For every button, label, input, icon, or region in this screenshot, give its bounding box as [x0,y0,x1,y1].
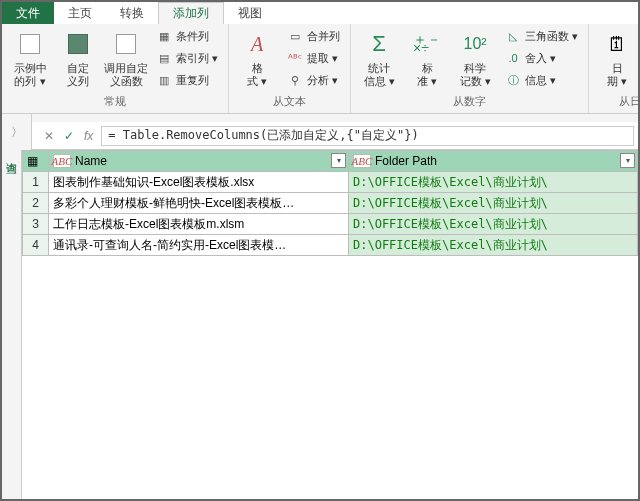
tab-home[interactable]: 主页 [54,2,106,24]
table-row[interactable]: 3工作日志模板-Excel图表模板m.xlsmD:\OFFICE模板\Excel… [23,214,638,235]
btn-invoke-custom-fn[interactable]: 调用自定 义函数 [104,26,148,90]
tab-convert[interactable]: 转换 [106,2,158,24]
scientific-icon: 10² [459,28,491,60]
extract-icon: ᴬᴮᶜ [287,50,303,66]
formula-bar: ✕ ✓ fx = Table.RemoveColumns(已添加自定义,{"自定… [32,122,638,150]
grid-zone: ▦ ABCName ▾ ABCFolder Path ▾ 1图表制作基础知识-E… [22,150,638,499]
table-row[interactable]: 2多彩个人理财模板-鲜艳明快-Excel图表模板…D:\OFFICE模板\Exc… [23,193,638,214]
duplicate-icon: ▥ [156,72,172,88]
table-fx-icon [110,28,142,60]
accept-formula-icon[interactable]: ✓ [64,129,74,143]
btn-label: 三角函数 ▾ [525,29,578,44]
btn-label: 示例中 的列 ▾ [14,62,47,88]
merge-icon: ▭ [287,28,303,44]
parse-icon: ⚲ [287,72,303,88]
btn-statistics[interactable]: Σ 统计 信息 ▾ [357,26,401,90]
ribbon-tabbar: 文件 主页 转换 添加列 视图 [2,2,638,24]
conditional-icon: ▦ [156,28,172,44]
cell-name[interactable]: 工作日志模板-Excel图表模板m.xlsm [49,214,349,235]
cell-folder-path[interactable]: D:\OFFICE模板\Excel\商业计划\ [349,193,638,214]
row-header[interactable]: 2 [23,193,49,214]
cell-name[interactable]: 多彩个人理财模板-鲜艳明快-Excel图表模板… [49,193,349,214]
column-label: Name [75,154,107,168]
tab-add-column[interactable]: 添加列 [158,2,224,24]
cancel-formula-icon[interactable]: ✕ [44,129,54,143]
btn-label: 调用自定 义函数 [104,62,148,88]
btn-label: 重复列 [176,73,209,88]
btn-trig[interactable]: ◺三角函数 ▾ [501,26,582,46]
filter-dropdown-icon[interactable]: ▾ [620,153,635,168]
btn-label: 舍入 ▾ [525,51,556,66]
btn-rounding[interactable]: .0舍入 ▾ [501,48,582,68]
ribbon-group-text: A 格 式 ▾ ▭合并列 ᴬᴮᶜ提取 ▾ ⚲分析 ▾ 从文本 [229,24,351,113]
type-abc-icon: ABC [353,154,371,168]
column-header-name[interactable]: ABCName ▾ [49,151,349,172]
btn-label: 信息 ▾ [525,73,556,88]
group-label-date: 从日期和 [595,92,640,113]
tab-view[interactable]: 视图 [224,2,276,24]
btn-label: 分析 ▾ [307,73,338,88]
grid-corner[interactable]: ▦ [23,151,49,172]
row-header[interactable]: 4 [23,235,49,256]
btn-label: 科学 记数 ▾ [460,62,491,88]
cell-folder-path[interactable]: D:\OFFICE模板\Excel\商业计划\ [349,235,638,256]
data-grid: ▦ ABCName ▾ ABCFolder Path ▾ 1图表制作基础知识-E… [22,150,638,256]
index-icon: ▤ [156,50,172,66]
cell-name[interactable]: 图表制作基础知识-Excel图表模板.xlsx [49,172,349,193]
btn-label: 标 准 ▾ [417,62,437,88]
pane-toggle[interactable]: 〉 [2,114,32,150]
cell-folder-path[interactable]: D:\OFFICE模板\Excel\商业计划\ [349,214,638,235]
btn-standard[interactable]: ＋－×÷ 标 准 ▾ [405,26,449,90]
btn-date[interactable]: 🗓 日 期 ▾ [595,26,639,90]
btn-scientific[interactable]: 10² 科学 记数 ▾ [453,26,497,90]
queries-pane-collapsed[interactable]: 查询 [2,150,22,499]
calendar-icon: 🗓 [601,28,633,60]
btn-info[interactable]: ⓘ信息 ▾ [501,70,582,90]
btn-duplicate-column[interactable]: ▥重复列 [152,70,222,90]
type-abc-icon: ABC [53,154,71,168]
group-label-general: 常规 [8,92,222,113]
ribbon-group-general: 示例中 的列 ▾ 自定 义列 调用自定 义函数 ▦条件列 ▤索引列 ▾ ▥重复列… [2,24,229,113]
btn-conditional-column[interactable]: ▦条件列 [152,26,222,46]
round-icon: .0 [505,50,521,66]
btn-label: 日 期 ▾ [607,62,627,88]
btn-merge-columns[interactable]: ▭合并列 [283,26,344,46]
row-header[interactable]: 1 [23,172,49,193]
btn-label: 统计 信息 ▾ [364,62,395,88]
table-row[interactable]: 4通讯录-可查询人名-简约实用-Excel图表模…D:\OFFICE模板\Exc… [23,235,638,256]
trig-icon: ◺ [505,28,521,44]
main-area: 查询 ▦ ABCName ▾ ABCFolder Path ▾ [2,150,638,499]
btn-extract[interactable]: ᴬᴮᶜ提取 ▾ [283,48,344,68]
btn-format[interactable]: A 格 式 ▾ [235,26,279,90]
btn-label: 索引列 ▾ [176,51,218,66]
ribbon: 示例中 的列 ▾ 自定 义列 调用自定 义函数 ▦条件列 ▤索引列 ▾ ▥重复列… [2,24,638,114]
btn-index-column[interactable]: ▤索引列 ▾ [152,48,222,68]
column-label: Folder Path [375,154,437,168]
btn-column-from-example[interactable]: 示例中 的列 ▾ [8,26,52,90]
ribbon-group-date: 🗓 日 期 ▾ 🕓 时 间 ▾ 从日期和 [589,24,640,113]
table-add-icon [62,28,94,60]
standard-icon: ＋－×÷ [411,28,443,60]
cell-name[interactable]: 通讯录-可查询人名-简约实用-Excel图表模… [49,235,349,256]
group-label-number: 从数字 [357,92,582,113]
btn-parse[interactable]: ⚲分析 ▾ [283,70,344,90]
btn-custom-column[interactable]: 自定 义列 [56,26,100,90]
btn-label: 格 式 ▾ [247,62,267,88]
table-row[interactable]: 1图表制作基础知识-Excel图表模板.xlsxD:\OFFICE模板\Exce… [23,172,638,193]
fx-icon[interactable]: fx [84,129,93,143]
table-star-icon [14,28,46,60]
cell-folder-path[interactable]: D:\OFFICE模板\Excel\商业计划\ [349,172,638,193]
btn-label: 合并列 [307,29,340,44]
info-icon: ⓘ [505,72,521,88]
group-label-text: 从文本 [235,92,344,113]
tab-file[interactable]: 文件 [2,2,54,24]
row-header[interactable]: 3 [23,214,49,235]
filter-dropdown-icon[interactable]: ▾ [331,153,346,168]
format-icon: A [241,28,273,60]
btn-label: 条件列 [176,29,209,44]
formula-input[interactable]: = Table.RemoveColumns(已添加自定义,{"自定义"}) [101,126,634,146]
column-header-folderpath[interactable]: ABCFolder Path ▾ [349,151,638,172]
btn-label: 提取 ▾ [307,51,338,66]
btn-label: 自定 义列 [67,62,89,88]
sigma-icon: Σ [363,28,395,60]
